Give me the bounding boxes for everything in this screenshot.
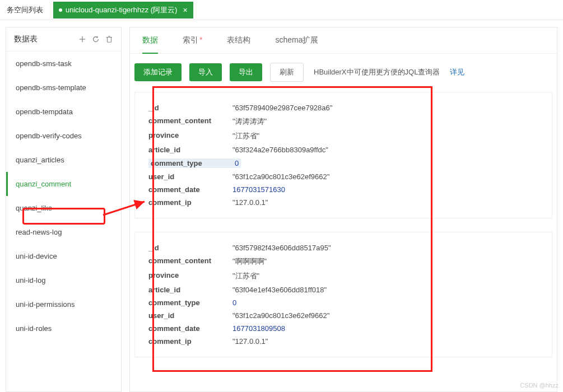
sidebar-item-uni-id-permissions[interactable]: uni-id-permissions [6,292,121,316]
field-row-_id: _id"63f5789409e2987cee7928a6" [148,101,538,114]
add-record-button[interactable]: 添加记录 [134,63,182,81]
field-value: 0 [232,158,241,168]
field-row-comment_content: comment_content"涛涛涛涛" [148,114,538,129]
sidebar-title: 数据表 [14,34,38,44]
field-key: province [148,271,232,281]
field-value: "江苏省" [232,271,259,281]
field-value: "127.0.0.1" [232,337,268,346]
sidebar-item-opendb-tempdata[interactable]: opendb-tempdata [6,100,121,124]
toolbar: 添加记录 导入 导出 刷新 HBuilderX中可使用更方便的JQL查询器 详见 [130,54,557,92]
content-area: 数据索引*表结构schema扩展 添加记录 导入 导出 刷新 HBuilderX… [129,27,557,392]
record-card[interactable]: _id"63f57982f43e606dd8517a95"comment_con… [134,232,552,357]
export-button[interactable]: 导出 [230,63,262,81]
content-tab-1[interactable]: 索引* [170,27,215,53]
sidebar-item-opendb-sms-template[interactable]: opendb-sms-template [6,76,121,100]
content-tabs: 数据索引*表结构schema扩展 [130,27,557,54]
field-row-_id: _id"63f57982f43e606dd8517a95" [148,241,538,254]
sidebar-item-uni-id-device[interactable]: uni-id-device [6,244,121,268]
field-value: 1677031571630 [232,185,285,194]
toolbar-link[interactable]: 详见 [450,67,464,77]
field-key: user_id [148,172,232,181]
delete-icon[interactable] [105,35,113,43]
field-value: "江苏省" [232,131,259,141]
content-tab-2[interactable]: 表结构 [215,27,263,53]
field-row-comment_ip: comment_ip"127.0.0.1" [148,196,538,209]
field-value: "63f1c2a90c801c3e62ef9662" [232,311,329,320]
tab-active-service-space[interactable]: unicloud-quanzi-tigerhhzz (阿里云) × [53,2,193,18]
content-tab-0[interactable]: 数据 [130,27,170,53]
add-icon[interactable] [78,35,86,43]
field-value: "涛涛涛涛" [232,116,267,127]
field-key: comment_ip [148,198,232,207]
field-key: comment_date [148,185,232,194]
field-key: article_id [148,286,232,294]
field-key: user_id [148,311,232,320]
sidebar-item-opendb-sms-task[interactable]: opendb-sms-task [6,52,121,76]
sidebar-item-uni-id-log[interactable]: uni-id-log [6,268,121,292]
field-row-article_id: article_id"63f04e1ef43e606dd81ff018" [148,283,538,296]
field-value: "63f04e1ef43e606dd81ff018" [232,286,327,294]
sidebar-item-quanzi_like[interactable]: quanzi_like [6,196,121,220]
toolbar-hint: HBuilderX中可使用更方便的JQL查询器 [314,67,440,77]
field-value: "63f57982f43e606dd8517a95" [232,244,331,252]
field-value: "63f324a2e766bb8309a9ffdc" [232,146,328,154]
record-card[interactable]: _id"63f5789409e2987cee7928a6"comment_con… [134,92,552,218]
refresh-icon[interactable] [92,35,100,43]
field-value: "63f5789409e2987cee7928a6" [232,104,332,112]
field-row-comment_ip: comment_ip"127.0.0.1" [148,335,538,348]
unsaved-dot-icon [59,8,62,12]
sidebar-item-quanzi_articles[interactable]: quanzi_articles [6,148,121,172]
close-icon[interactable]: × [183,6,187,15]
field-key: comment_type [148,158,232,168]
field-key: comment_ip [148,337,232,346]
sidebar-item-read-news-log[interactable]: read-news-log [6,220,121,244]
field-key: _id [148,104,232,112]
sidebar-item-opendb-verify-codes[interactable]: opendb-verify-codes [6,124,121,148]
tab-active-label: unicloud-quanzi-tigerhhzz (阿里云) [66,5,177,15]
field-row-user_id: user_id"63f1c2a90c801c3e62ef9662" [148,170,538,183]
records-container: _id"63f5789409e2987cee7928a6"comment_con… [130,92,557,371]
field-key: comment_content [148,116,232,127]
field-row-article_id: article_id"63f324a2e766bb8309a9ffdc" [148,143,538,156]
tab-space-list[interactable]: 务空间列表 [0,0,50,20]
field-row-comment_type: comment_type0 [148,296,538,309]
import-button[interactable]: 导入 [189,63,222,81]
field-value: 1677031809508 [232,324,285,333]
field-value: 0 [232,298,236,307]
sidebar: 数据表 opendb-sms-taskopendb-sms-templateop… [6,27,122,392]
field-key: _id [148,244,232,252]
refresh-button[interactable]: 刷新 [270,63,304,82]
field-row-comment_date: comment_date1677031809508 [148,322,538,335]
field-row-comment_content: comment_content"啊啊啊啊" [148,254,538,269]
field-key: province [148,131,232,141]
sidebar-item-uni-id-roles[interactable]: uni-id-roles [6,316,121,340]
svg-rect-2 [108,38,111,43]
sidebar-header: 数据表 [6,27,121,52]
table-list[interactable]: opendb-sms-taskopendb-sms-templateopendb… [6,52,121,391]
field-row-province: province"江苏省" [148,129,538,143]
content-tab-3[interactable]: schema扩展 [263,27,331,53]
field-key: comment_type [148,298,232,307]
field-row-comment_date: comment_date1677031571630 [148,183,538,196]
field-key: comment_content [148,256,232,267]
watermark: CSDN @hhzz [520,382,559,389]
field-row-user_id: user_id"63f1c2a90c801c3e62ef9662" [148,309,538,322]
tab-bar: 务空间列表 unicloud-quanzi-tigerhhzz (阿里云) × [0,0,563,20]
field-value: "啊啊啊啊" [232,256,267,267]
main-content: 数据表 opendb-sms-taskopendb-sms-templateop… [0,20,563,392]
field-value: "127.0.0.1" [232,198,268,207]
field-value: "63f1c2a90c801c3e62ef9662" [232,172,329,181]
field-key: article_id [148,146,232,154]
field-row-province: province"江苏省" [148,269,538,283]
sidebar-item-quanzi_comment[interactable]: quanzi_comment [6,172,121,196]
field-row-comment_type: comment_type0 [148,156,538,170]
field-key: comment_date [148,324,232,333]
